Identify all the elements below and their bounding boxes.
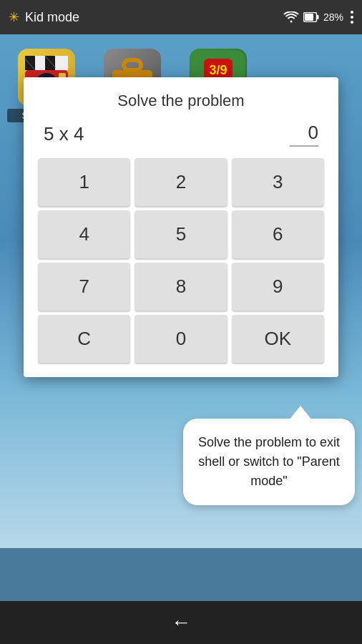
problem-text: 5 x 4 xyxy=(44,123,84,145)
tooltip-text: Solve the problem to exit shell or switc… xyxy=(198,435,340,488)
overflow-menu-icon[interactable] xyxy=(351,11,353,24)
problem-row: 5 x 4 0 xyxy=(38,122,324,147)
key-3[interactable]: 3 xyxy=(232,158,324,206)
key-7[interactable]: 7 xyxy=(38,263,130,311)
key-8[interactable]: 8 xyxy=(134,263,227,311)
key-2[interactable]: 2 xyxy=(134,158,227,206)
keypad: 1 2 3 4 5 6 7 8 9 C 0 OK xyxy=(38,158,324,363)
bottom-nav: ← xyxy=(0,601,362,644)
key-ok[interactable]: OK xyxy=(232,315,324,363)
key-6[interactable]: 6 xyxy=(232,210,324,258)
solve-problem-modal: Solve the problem 5 x 4 0 1 2 3 4 5 6 7 … xyxy=(24,77,338,377)
key-5[interactable]: 5 xyxy=(134,210,227,258)
answer-display: 0 xyxy=(290,122,318,147)
back-arrow-icon: ← xyxy=(171,611,191,634)
background-area: Stop Motion Business Shell xyxy=(0,34,362,548)
kid-mode-icon: ✳ xyxy=(9,9,19,25)
svg-rect-1 xyxy=(305,14,313,21)
battery-icon xyxy=(303,12,319,22)
status-bar-left: ✳ Kid mode xyxy=(9,9,79,25)
back-button[interactable]: ← xyxy=(171,611,191,634)
key-4[interactable]: 4 xyxy=(38,210,130,258)
status-bar: ✳ Kid mode 28% xyxy=(0,0,362,34)
key-9[interactable]: 9 xyxy=(232,263,324,311)
key-1[interactable]: 1 xyxy=(38,158,130,206)
svg-rect-2 xyxy=(316,15,318,19)
wifi-icon xyxy=(283,11,299,23)
battery-percentage: 28% xyxy=(323,11,343,23)
key-clear[interactable]: C xyxy=(38,315,130,363)
tooltip-bubble: Solve the problem to exit shell or switc… xyxy=(183,419,355,505)
modal-title: Solve the problem xyxy=(38,92,324,110)
status-bar-right: 28% xyxy=(283,11,353,24)
status-bar-title: Kid mode xyxy=(25,10,79,25)
key-0[interactable]: 0 xyxy=(134,315,227,363)
